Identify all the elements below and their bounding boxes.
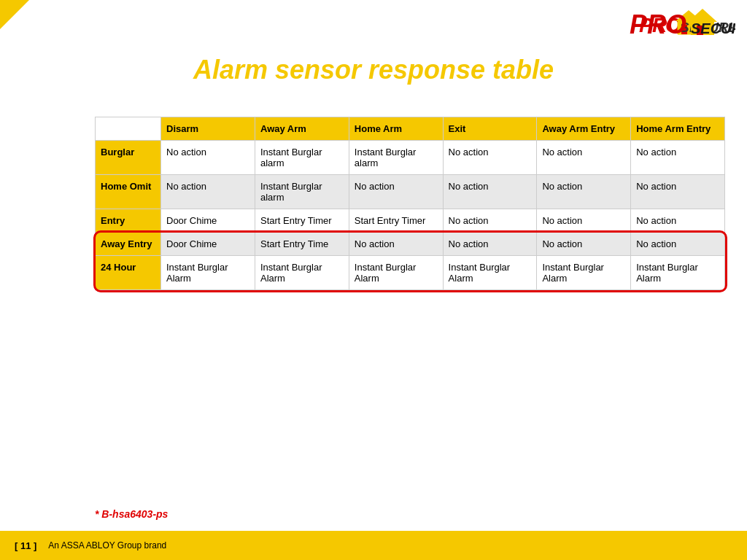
cell-awayentry-away-arm-entry: No action — [537, 233, 631, 256]
prosecure-logo-svg: PRO SECURE — [630, 7, 735, 44]
cell-homeomit-away-arm-entry: No action — [537, 175, 631, 209]
cell-24hour-away-arm: Instant Burglar Alarm — [255, 256, 349, 290]
cell-burglar-disarm: No action — [161, 141, 255, 175]
cell-awayentry-home-arm: No action — [349, 233, 443, 256]
cell-awayentry-away-arm: Start Entry Time — [255, 233, 349, 256]
logo-container: PRO SECURE — [630, 7, 735, 47]
page-title: Alarm sensor response table — [0, 55, 747, 85]
table-row: Burglar No action Instant Burglar alarm … — [96, 141, 725, 175]
table-header-row: Disarm Away Arm Home Arm Exit Away Arm E… — [96, 117, 725, 141]
cell-burglar-home-arm-entry: No action — [631, 141, 725, 175]
svg-text:SECURE: SECURE — [691, 20, 735, 36]
table-row: Home Omit No action Instant Burglar alar… — [96, 175, 725, 209]
footer-bar: [ 11 ] An ASSA ABLOY Group brand — [0, 531, 747, 560]
cell-awayentry-disarm: Door Chime — [161, 233, 255, 256]
corner-accent — [0, 0, 29, 29]
cell-burglar-exit: No action — [443, 141, 537, 175]
header-away-arm: Away Arm — [255, 117, 349, 141]
cell-homeomit-home-arm: No action — [349, 175, 443, 209]
header-home-arm-entry: Home Arm Entry — [631, 117, 725, 141]
header-empty — [96, 117, 161, 141]
header-exit: Exit — [443, 117, 537, 141]
cell-homeomit-away-arm: Instant Burglar alarm — [255, 175, 349, 209]
reference-text: * B-hsa6403-ps — [95, 508, 168, 520]
table-row: Entry Door Chime Start Entry Timer Start… — [96, 209, 725, 233]
table-row-away-entry: Away Entry Door Chime Start Entry Time N… — [96, 233, 725, 256]
alarm-response-table: Disarm Away Arm Home Arm Exit Away Arm E… — [95, 117, 725, 290]
cell-awayentry-exit: No action — [443, 233, 537, 256]
cell-homeomit-home-arm-entry: No action — [631, 175, 725, 209]
header-away-arm-entry: Away Arm Entry — [537, 117, 631, 141]
cell-burglar-home-arm: Instant Burglar alarm — [349, 141, 443, 175]
table-wrapper: Disarm Away Arm Home Arm Exit Away Arm E… — [95, 117, 725, 290]
footer-brand-text: An ASSA ABLOY Group brand — [48, 540, 166, 551]
cell-homeomit-exit: No action — [443, 175, 537, 209]
cell-entry-home-arm-entry: No action — [631, 209, 725, 233]
footer-page-number: [ 11 ] — [15, 540, 36, 551]
cell-entry-home-arm: Start Entry Timer — [349, 209, 443, 233]
cell-24hour-away-arm-entry: Instant Burglar Alarm — [537, 256, 631, 290]
row-label-away-entry: Away Entry — [96, 233, 161, 256]
cell-entry-away-arm-entry: No action — [537, 209, 631, 233]
cell-24hour-disarm: Instant Burglar Alarm — [161, 256, 255, 290]
cell-24hour-exit: Instant Burglar Alarm — [443, 256, 537, 290]
cell-entry-away-arm: Start Entry Timer — [255, 209, 349, 233]
header-disarm: Disarm — [161, 117, 255, 141]
cell-awayentry-home-arm-entry: No action — [631, 233, 725, 256]
table-row-24hour: 24 Hour Instant Burglar Alarm Instant Bu… — [96, 256, 725, 290]
row-label-home-omit: Home Omit — [96, 175, 161, 209]
cell-entry-disarm: Door Chime — [161, 209, 255, 233]
row-label-burglar: Burglar — [96, 141, 161, 175]
cell-homeomit-disarm: No action — [161, 175, 255, 209]
header-home-arm: Home Arm — [349, 117, 443, 141]
table-container: Disarm Away Arm Home Arm Exit Away Arm E… — [95, 117, 725, 290]
svg-text:PRO: PRO — [630, 9, 686, 39]
cell-burglar-away-arm-entry: No action — [537, 141, 631, 175]
cell-burglar-away-arm: Instant Burglar alarm — [255, 141, 349, 175]
cell-24hour-home-arm-entry: Instant Burglar Alarm — [631, 256, 725, 290]
row-label-24hour: 24 Hour — [96, 256, 161, 290]
cell-entry-exit: No action — [443, 209, 537, 233]
cell-24hour-home-arm: Instant Burglar Alarm — [349, 256, 443, 290]
row-label-entry: Entry — [96, 209, 161, 233]
